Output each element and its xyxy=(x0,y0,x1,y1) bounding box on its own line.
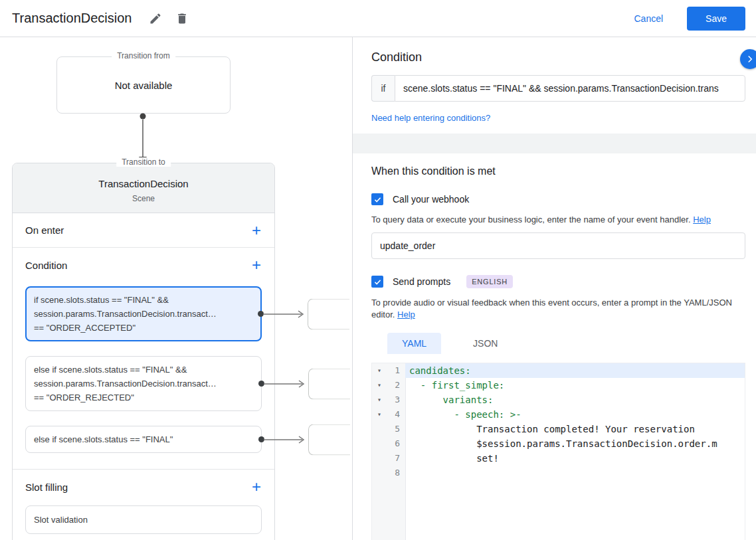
webhook-checkbox[interactable] xyxy=(371,193,383,205)
line-number: 4 xyxy=(387,407,405,422)
target-scene-stub[interactable] xyxy=(308,424,350,455)
prompts-check-row: Send prompts ENGLISH xyxy=(371,275,745,288)
connector-arrow-icon xyxy=(260,310,308,319)
add-condition-button[interactable]: + xyxy=(245,257,268,273)
slot-filling-title: Slot filling xyxy=(25,482,68,493)
line-number: 6 xyxy=(387,436,405,451)
panel-title: Condition xyxy=(371,50,422,64)
scene-card: Transition to TransactionDecision Scene … xyxy=(12,163,275,540)
webhook-description-text: To query data or execute your business l… xyxy=(371,215,691,225)
transition-from-label: Transition from xyxy=(112,51,175,60)
on-enter-row[interactable]: On enter + xyxy=(13,213,274,248)
code-line[interactable]: ▾4 - speech: >- xyxy=(372,407,745,422)
condition-editor-panel: Condition if Need help entering conditio… xyxy=(352,37,756,540)
pencil-icon xyxy=(149,12,162,25)
edit-title-button[interactable] xyxy=(145,8,166,29)
yaml-editor[interactable]: ▾1candidates:▾2 - first_simple:▾3 varian… xyxy=(371,363,745,540)
line-number: 2 xyxy=(387,378,405,393)
fold-arrow-icon[interactable]: ▾ xyxy=(372,407,387,422)
when-met-title: When this condition is met xyxy=(371,165,745,177)
scene-header[interactable]: TransactionDecision Scene xyxy=(13,163,274,213)
delete-scene-button[interactable] xyxy=(171,8,193,29)
fold-spacer xyxy=(372,422,387,436)
target-scene-stub[interactable] xyxy=(308,298,349,329)
title-group: TransactionDecision xyxy=(12,8,198,29)
scene-flow-diagram: Transition from Not available Transition… xyxy=(0,37,352,540)
send-prompts-checkbox[interactable] xyxy=(371,276,383,288)
code-lines: ▾1candidates:▾2 - first_simple:▾3 varian… xyxy=(372,363,745,480)
check-icon xyxy=(373,195,382,204)
code-text: variants: xyxy=(409,395,493,405)
save-button[interactable]: Save xyxy=(687,7,745,31)
prompts-description: To provide audio or visual feedback when… xyxy=(371,297,745,321)
line-number: 1 xyxy=(387,363,405,378)
prompts-description-text: To provide audio or visual feedback when… xyxy=(371,298,732,319)
code-text: Transaction completed! Your reservation xyxy=(409,424,695,434)
event-handler-input[interactable] xyxy=(371,232,745,259)
fold-spacer xyxy=(372,466,387,480)
header-actions: Cancel Save xyxy=(627,7,745,31)
code-line[interactable]: ▾2 - first_simple: xyxy=(372,378,745,393)
code-text: - first_simple: xyxy=(409,380,504,391)
condition-card[interactable]: else if scene.slots.status == "FINAL" xyxy=(25,426,262,453)
line-number: 8 xyxy=(387,466,405,480)
collapse-panel-button[interactable] xyxy=(740,49,756,69)
code-line[interactable]: 7 set! xyxy=(372,451,745,466)
fold-spacer xyxy=(372,451,387,466)
app: TransactionDecision Cancel Save Transiti… xyxy=(0,0,756,540)
tab-json[interactable]: JSON xyxy=(458,333,512,354)
condition-expression-input[interactable] xyxy=(395,75,745,102)
check-icon xyxy=(373,278,382,286)
condition-card[interactable]: else if scene.slots.status == "FINAL" &&… xyxy=(25,356,262,411)
code-text: set! xyxy=(409,453,499,464)
page-title: TransactionDecision xyxy=(12,11,132,26)
code-text: $session.params.TransactionDecision.orde… xyxy=(409,438,717,449)
condition-expression-row: if xyxy=(371,75,745,102)
code-line[interactable]: 8 xyxy=(372,466,745,480)
tab-yaml[interactable]: YAML xyxy=(387,333,441,354)
fold-arrow-icon[interactable]: ▾ xyxy=(372,393,387,407)
line-number: 3 xyxy=(387,393,405,407)
slot-validation-card[interactable]: Slot validation xyxy=(25,505,262,534)
add-slot-button[interactable]: + xyxy=(245,479,268,495)
language-badge: ENGLISH xyxy=(466,275,513,288)
fold-arrow-icon[interactable]: ▾ xyxy=(372,363,387,378)
connector-arrow-icon xyxy=(261,379,309,389)
line-number: 7 xyxy=(387,451,405,466)
webhook-check-row: Call your webhook xyxy=(371,193,745,205)
scene-name: TransactionDecision xyxy=(23,178,264,189)
chevron-right-icon xyxy=(744,53,756,65)
webhook-description: To query data or execute your business l… xyxy=(371,214,745,226)
connector-arrow-icon xyxy=(261,435,309,444)
fold-spacer xyxy=(372,436,387,451)
line-number: 5 xyxy=(387,422,405,436)
condition-cards: if scene.slots.status == "FINAL" && sess… xyxy=(13,286,274,453)
condition-section-title: Condition xyxy=(25,260,67,271)
section-divider xyxy=(353,134,756,153)
slot-filling-row[interactable]: Slot filling + xyxy=(13,470,274,504)
conditions-help-link[interactable]: Need help entering conditions? xyxy=(371,113,490,123)
code-line[interactable]: 5 Transaction completed! Your reservatio… xyxy=(372,422,745,436)
slot-filling-section: Slot filling + Slot validation xyxy=(13,470,274,534)
header: TransactionDecision Cancel Save xyxy=(0,0,756,37)
panel-title-row: Condition xyxy=(371,50,745,64)
code-line[interactable]: 6 $session.params.TransactionDecision.or… xyxy=(372,436,745,451)
code-line[interactable]: ▾1candidates: xyxy=(372,363,745,378)
condition-card-text: if scene.slots.status == "FINAL" && sess… xyxy=(34,295,217,333)
target-scene-stub[interactable] xyxy=(308,368,350,399)
if-label: if xyxy=(371,75,395,102)
condition-card[interactable]: if scene.slots.status == "FINAL" && sess… xyxy=(25,286,262,341)
transition-to-label: Transition to xyxy=(116,157,171,167)
trash-icon xyxy=(175,12,189,25)
condition-section-row[interactable]: Condition + xyxy=(13,248,274,282)
webhook-help-link[interactable]: Help xyxy=(693,215,711,225)
transition-from-box: Transition from Not available xyxy=(56,56,231,114)
fold-arrow-icon[interactable]: ▾ xyxy=(372,378,387,393)
code-line[interactable]: ▾3 variants: xyxy=(372,393,745,407)
transition-from-content: Not available xyxy=(115,80,173,91)
code-text: - speech: >- xyxy=(409,409,521,420)
send-prompts-label: Send prompts xyxy=(393,276,450,287)
prompts-help-link[interactable]: Help xyxy=(397,310,415,319)
cancel-button[interactable]: Cancel xyxy=(627,8,670,29)
add-on-enter-button[interactable]: + xyxy=(245,223,268,238)
